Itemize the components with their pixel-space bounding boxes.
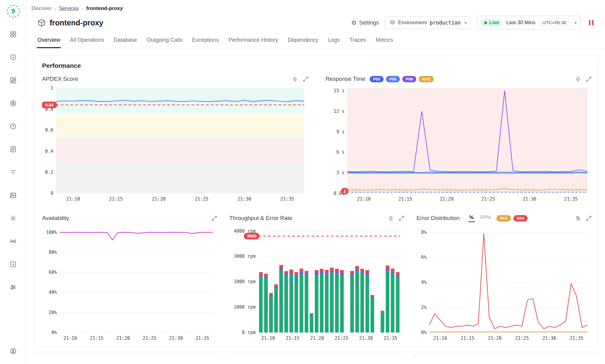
breadcrumb-services[interactable]: Services <box>59 5 79 11</box>
svg-text:21:25: 21:25 <box>515 336 529 341</box>
toggle-rpm[interactable]: RPM <box>479 214 492 222</box>
tab-logs[interactable]: Logs <box>327 33 340 48</box>
svg-text:21:20: 21:20 <box>116 336 130 341</box>
svg-text:0: 0 <box>51 191 53 196</box>
compass-icon[interactable] <box>10 54 17 61</box>
list-icon[interactable] <box>10 146 17 153</box>
expand-icon[interactable] <box>211 215 217 221</box>
svg-text:3000 rpm: 3000 rpm <box>234 254 256 259</box>
sidebar-nav <box>10 31 17 307</box>
tab-database[interactable]: Database <box>113 33 138 48</box>
error-distribution-legend: 4XX5XX <box>496 215 528 221</box>
throughput-title: Throughput & Error Rate <box>229 215 292 221</box>
svg-text:21:20: 21:20 <box>310 336 324 341</box>
live-label: Live <box>489 20 499 25</box>
svg-text:21:30: 21:30 <box>237 196 251 202</box>
response-time-chart[interactable]: 15 s12 s9 s6 s3 s0.0021:1021:1521:2021:2… <box>325 84 592 202</box>
expand-icon[interactable] <box>586 215 592 221</box>
expand-icon[interactable] <box>303 76 309 82</box>
live-dot-icon <box>484 21 487 24</box>
svg-text:21:35: 21:35 <box>280 196 294 202</box>
grid-icon[interactable] <box>10 31 17 38</box>
tab-traces[interactable]: Traces <box>349 33 366 48</box>
alert-bell-muted-icon[interactable] <box>575 215 581 221</box>
toggle-%[interactable]: % <box>468 214 475 222</box>
timezone-chip[interactable]: UTC+05:30 <box>539 18 570 27</box>
svg-text:3 s: 3 s <box>336 170 345 175</box>
svg-text:8%: 8% <box>421 230 427 235</box>
expand-icon[interactable] <box>586 76 592 82</box>
availability-chart[interactable]: 100%80%60%40%20%0%21:1021:1521:2021:2521… <box>42 223 217 342</box>
settings-button[interactable]: ⚙ Settings <box>351 19 379 26</box>
gear-orbit-icon[interactable] <box>10 215 17 222</box>
tab-all-operations[interactable]: All Operations <box>69 33 105 48</box>
service-header: frontend-proxy ⚙ Settings Environment pr… <box>27 11 605 30</box>
app-logo-icon[interactable]: 9 <box>7 5 20 18</box>
performance-card: Performance APDEX Score 10.80.60.40.2021… <box>34 56 598 347</box>
svg-text:21:10: 21:10 <box>63 336 77 341</box>
tab-outgoing-calls[interactable]: Outgoing Calls <box>146 33 183 48</box>
chevron-right-icon: › <box>54 6 56 11</box>
alert-bell-icon[interactable] <box>575 76 581 82</box>
chevron-right-icon: › <box>82 6 83 11</box>
chevron-down-icon: ▾ <box>465 21 467 25</box>
error-distribution-chart[interactable]: 8%6%4%2%0%21:1021:1521:2021:2521:3021:35 <box>417 223 592 342</box>
tab-bar: OverviewAll OperationsDatabaseOutgoing C… <box>27 33 605 48</box>
response-time-legend: P50P95P99AVG <box>370 76 434 82</box>
card-stub <box>224 353 407 358</box>
sliders-icon[interactable] <box>10 284 17 291</box>
error-distribution-title: Error Distribution <box>417 215 460 221</box>
svg-text:21:35: 21:35 <box>564 196 578 202</box>
legend-badge-avg[interactable]: AVG <box>419 76 434 82</box>
tab-overview[interactable]: Overview <box>37 33 61 48</box>
breadcrumb-current: frontend-proxy <box>86 5 123 11</box>
sidebar: 9 <box>0 0 27 364</box>
tab-exceptions[interactable]: Exceptions <box>191 33 219 48</box>
svg-text:0.4: 0.4 <box>45 149 53 154</box>
svg-text:21:25: 21:25 <box>335 336 348 341</box>
broadcast-icon[interactable] <box>10 238 17 245</box>
svg-text:21:30: 21:30 <box>169 336 183 341</box>
tab-metrics[interactable]: Metrics <box>375 33 394 48</box>
package-icon[interactable] <box>10 261 17 268</box>
funnel-lines-icon[interactable] <box>10 169 17 176</box>
tab-dependency[interactable]: Dependency <box>287 33 319 48</box>
clock-icon[interactable] <box>10 123 17 130</box>
response-time-panel: Response Time P50P95P99AVG 15 s12 s9 s6 … <box>322 74 593 202</box>
target-icon[interactable] <box>10 100 17 107</box>
gear-icon: ⚙ <box>351 19 357 26</box>
svg-text:3800: 3800 <box>247 234 256 238</box>
svg-text:21:30: 21:30 <box>542 336 556 341</box>
svg-text:21:10: 21:10 <box>261 336 275 341</box>
environment-selector[interactable]: Environment production ▾ <box>385 16 471 29</box>
svg-text:20%: 20% <box>49 310 57 315</box>
svg-text:1: 1 <box>51 85 53 91</box>
legend-badge-p95[interactable]: P95 <box>386 76 400 82</box>
svg-text:0.6: 0.6 <box>45 127 53 133</box>
alert-bell-icon[interactable] <box>388 215 394 221</box>
svg-text:1000 rpm: 1000 rpm <box>234 304 256 310</box>
dashboard-icon[interactable] <box>10 77 17 84</box>
throughput-chart[interactable]: 4000 rpm3000 rpm2000 rpm1000 rpm0 rpm21:… <box>229 223 404 342</box>
breadcrumb-discover[interactable]: Discover <box>31 5 51 11</box>
svg-text:6 s: 6 s <box>336 149 345 155</box>
svg-text:21:10: 21:10 <box>357 196 371 202</box>
expand-icon[interactable] <box>399 215 404 221</box>
alert-bell-icon[interactable] <box>292 76 298 82</box>
pause-button[interactable] <box>587 18 596 28</box>
svg-text:0.84: 0.84 <box>45 103 53 107</box>
legend-badge-4xx[interactable]: 4XX <box>496 215 511 221</box>
svg-text:21:15: 21:15 <box>461 336 474 341</box>
legend-badge-5xx[interactable]: 5XX <box>513 215 528 221</box>
account-icon[interactable] <box>10 348 17 355</box>
apdex-chart[interactable]: 10.80.60.40.2021:1021:1521:2021:2521:302… <box>42 84 309 202</box>
tab-performance-history[interactable]: Performance History <box>228 33 279 48</box>
svg-text:9 s: 9 s <box>336 129 345 135</box>
live-pill[interactable]: Live <box>481 19 502 27</box>
legend-badge-p99[interactable]: P99 <box>402 76 416 82</box>
time-range-selector[interactable]: Live Last 30 Mins UTC+05:30 ▾ <box>477 16 580 30</box>
environment-label: Environment <box>398 20 427 26</box>
legend-badge-p50[interactable]: P50 <box>370 76 384 82</box>
chart-image-icon[interactable] <box>10 192 17 199</box>
svg-text:21:35: 21:35 <box>384 336 397 341</box>
